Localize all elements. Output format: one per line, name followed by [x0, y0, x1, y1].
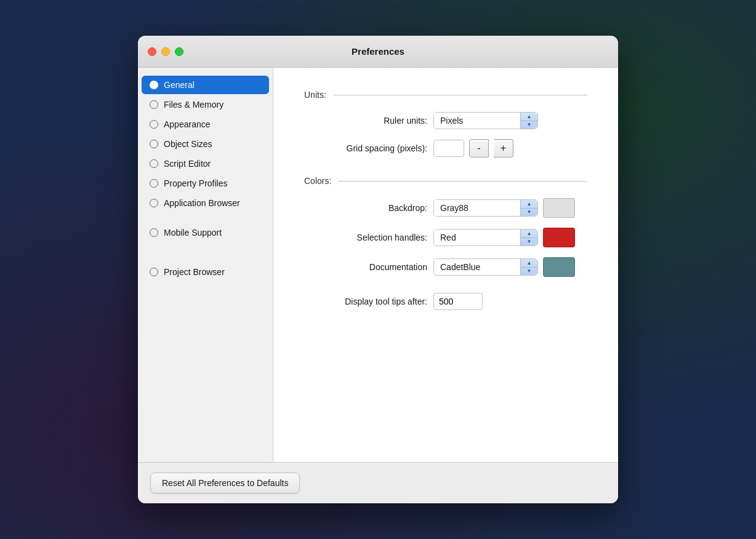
sidebar-label-project-browser: Project Browser [164, 267, 225, 277]
documentation-value: CadetBlue [434, 259, 520, 275]
maximize-button[interactable] [175, 47, 183, 56]
ruler-units-label: Ruler units: [304, 116, 427, 126]
selection-handles-row: Selection handles: Red ▲ ▼ [304, 228, 587, 247]
documentation-label: Documentation [304, 262, 427, 272]
files-memory-icon [149, 100, 159, 110]
backdrop-value: Gray88 [434, 200, 520, 216]
ruler-units-stepper-up[interactable]: ▲ [521, 113, 537, 121]
titlebar: Preferences [138, 36, 618, 68]
sidebar-label-script-editor: Script Editor [164, 159, 211, 169]
object-sizes-icon [149, 139, 159, 149]
preferences-window: Preferences General Files & Memory [138, 36, 618, 503]
sidebar-label-object-sizes: Object Sizes [164, 139, 212, 149]
backdrop-color-swatch[interactable] [543, 198, 575, 218]
sidebar-item-files-memory[interactable]: Files & Memory [142, 95, 269, 114]
tooltip-input[interactable] [433, 293, 483, 310]
sidebar-label-appearance: Appearance [164, 119, 211, 129]
close-button[interactable] [148, 47, 156, 56]
spacer-1 [138, 213, 273, 223]
tooltip-row: Display tool tips after: [304, 293, 587, 310]
backdrop-stepper-up[interactable]: ▲ [521, 200, 537, 209]
sidebar-item-appearance[interactable]: Appearance [142, 115, 269, 134]
units-label: Units: [304, 90, 326, 100]
sidebar-item-project-browser[interactable]: Project Browser [142, 263, 269, 281]
sidebar-item-object-sizes[interactable]: Object Sizes [142, 135, 269, 153]
units-section-header: Units: [304, 90, 587, 100]
backdrop-select[interactable]: Gray88 ▲ ▼ [433, 199, 538, 217]
backdrop-label: Backdrop: [304, 203, 427, 213]
documentation-stepper-up[interactable]: ▲ [521, 259, 537, 268]
tooltip-control [433, 293, 483, 310]
sidebar-item-property-profiles[interactable]: Property Profiles [142, 174, 269, 193]
colors-section-header: Colors: [304, 176, 587, 186]
sidebar-item-script-editor[interactable]: Script Editor [142, 154, 269, 173]
spacer-3 [138, 252, 273, 262]
documentation-stepper[interactable]: ▲ ▼ [520, 259, 537, 275]
backdrop-stepper[interactable]: ▲ ▼ [520, 200, 537, 216]
selection-handles-label: Selection handles: [304, 233, 427, 242]
selection-handles-color-swatch[interactable] [543, 228, 575, 247]
backdrop-row: Backdrop: Gray88 ▲ ▼ [304, 198, 587, 218]
ruler-units-stepper-down[interactable]: ▼ [521, 121, 537, 129]
units-line [334, 95, 587, 95]
sidebar-label-files-memory: Files & Memory [164, 100, 223, 110]
traffic-lights [148, 47, 183, 56]
grid-minus-button[interactable]: - [469, 139, 489, 158]
selection-handles-control: Red ▲ ▼ [433, 228, 575, 247]
application-browser-icon [149, 198, 159, 208]
ruler-units-value: Pixels [434, 113, 520, 129]
sidebar-item-mobile-support[interactable]: Mobile Support [142, 223, 269, 242]
sidebar: General Files & Memory Appearance [138, 68, 273, 462]
grid-spacing-row: Grid spacing (pixels): - + [304, 139, 587, 158]
sidebar-label-general: General [164, 80, 195, 90]
documentation-control: CadetBlue ▲ ▼ [433, 257, 575, 277]
ruler-units-row: Ruler units: Pixels ▲ ▼ [304, 112, 587, 129]
grid-spacing-input[interactable] [433, 140, 464, 157]
sidebar-label-mobile-support: Mobile Support [164, 228, 222, 238]
appearance-icon [149, 119, 159, 129]
backdrop-stepper-down[interactable]: ▼ [521, 209, 537, 217]
grid-spacing-control: - + [433, 139, 513, 158]
sidebar-item-application-browser[interactable]: Application Browser [142, 194, 269, 212]
window-title: Preferences [352, 46, 404, 57]
colors-label: Colors: [304, 176, 331, 186]
selection-handles-value: Red [434, 230, 520, 246]
mobile-support-icon [149, 228, 159, 238]
tooltip-label: Display tool tips after: [304, 297, 427, 306]
reset-button[interactable]: Reset All Preferences to Defaults [150, 473, 300, 493]
minimize-button[interactable] [161, 47, 170, 56]
grid-plus-button[interactable]: + [494, 139, 513, 158]
grid-spacing-label: Grid spacing (pixels): [304, 143, 427, 153]
sidebar-label-property-profiles: Property Profiles [164, 178, 227, 188]
documentation-color-swatch[interactable] [543, 257, 575, 277]
backdrop-control: Gray88 ▲ ▼ [433, 198, 575, 218]
documentation-select[interactable]: CadetBlue ▲ ▼ [433, 258, 538, 276]
main-content: General Files & Memory Appearance [138, 68, 618, 462]
sidebar-item-general[interactable]: General [142, 76, 269, 94]
documentation-row: Documentation CadetBlue ▲ ▼ [304, 257, 587, 277]
general-icon [149, 80, 159, 90]
sidebar-label-application-browser: Application Browser [164, 198, 240, 208]
right-panel: Units: Ruler units: Pixels ▲ ▼ [273, 68, 618, 462]
script-editor-icon [149, 159, 159, 169]
documentation-stepper-down[interactable]: ▼ [521, 268, 537, 276]
colors-line [339, 181, 587, 182]
ruler-units-select[interactable]: Pixels ▲ ▼ [433, 112, 538, 129]
selection-handles-select[interactable]: Red ▲ ▼ [433, 229, 538, 246]
footer: Reset All Preferences to Defaults [138, 462, 618, 503]
selection-handles-stepper-down[interactable]: ▼ [521, 238, 537, 246]
project-browser-icon [149, 267, 159, 277]
ruler-units-stepper[interactable]: ▲ ▼ [520, 113, 537, 129]
property-profiles-icon [149, 178, 159, 188]
selection-handles-stepper[interactable]: ▲ ▼ [520, 230, 537, 246]
selection-handles-stepper-up[interactable]: ▲ [521, 230, 537, 238]
ruler-units-control: Pixels ▲ ▼ [433, 112, 538, 129]
spacer-2 [138, 242, 273, 252]
